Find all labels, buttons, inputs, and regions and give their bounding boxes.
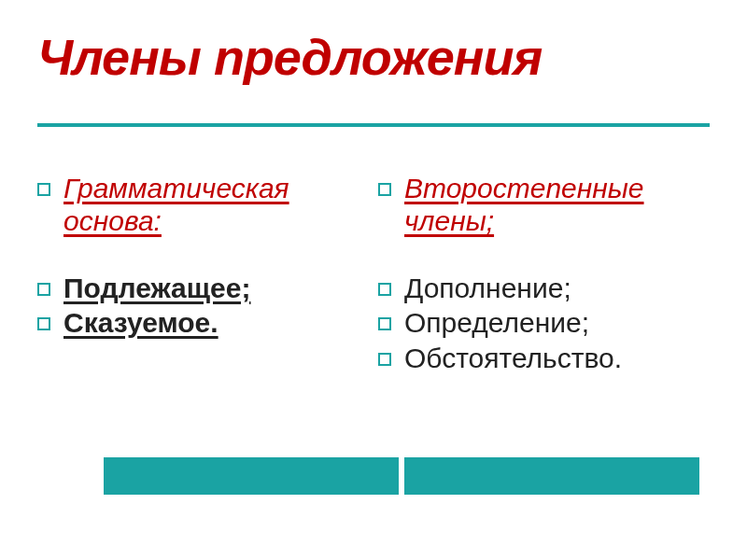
bullet-icon <box>378 283 391 296</box>
list-item: Второстепенные члены; <box>378 172 710 238</box>
content-columns: Грамматическая основа: Подлежащее; Сказу… <box>37 172 710 376</box>
right-item-2: Определение; <box>404 306 589 339</box>
left-item-2: Сказуемое. <box>63 306 218 339</box>
decorative-bars <box>0 457 747 495</box>
bullet-icon <box>37 317 50 330</box>
list-item: Подлежащее; <box>37 272 369 304</box>
bar-left <box>104 457 399 495</box>
title-underline <box>37 123 710 127</box>
bullet-icon <box>37 183 50 196</box>
right-header: Второстепенные члены; <box>404 172 710 238</box>
left-column: Грамматическая основа: Подлежащее; Сказу… <box>37 172 369 376</box>
left-item-1: Подлежащее; <box>63 272 250 304</box>
right-item-3: Обстоятельство. <box>404 342 622 374</box>
bar-right <box>404 457 699 495</box>
bullet-icon <box>378 353 391 366</box>
list-item: Дополнение; <box>378 272 710 304</box>
left-header: Грамматическая основа: <box>63 172 369 238</box>
bullet-icon <box>37 283 50 296</box>
right-column: Второстепенные члены; Дополнение; Опреде… <box>378 172 710 376</box>
list-item: Сказуемое. <box>37 306 369 339</box>
right-item-1: Дополнение; <box>404 272 571 304</box>
list-item: Грамматическая основа: <box>37 172 369 238</box>
bullet-icon <box>378 183 391 196</box>
list-item: Определение; <box>378 306 710 339</box>
bullet-icon <box>378 317 391 330</box>
list-item: Обстоятельство. <box>378 342 710 374</box>
slide-title: Члены предложения <box>37 28 710 86</box>
